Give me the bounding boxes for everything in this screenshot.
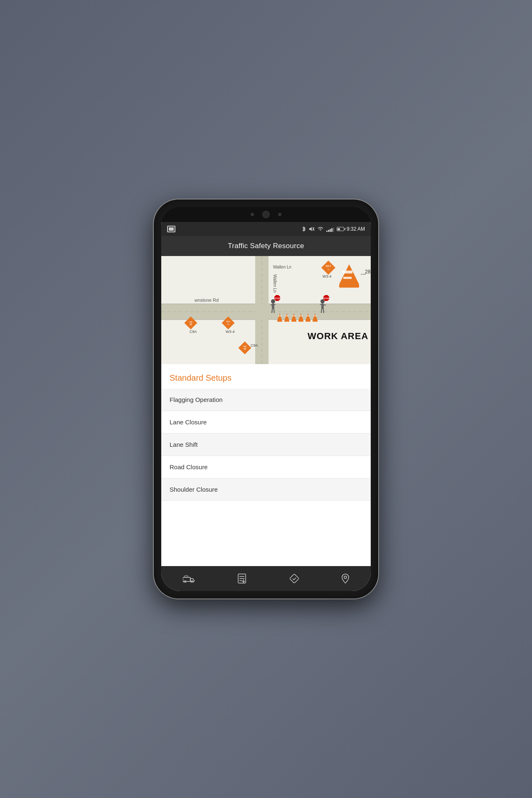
svg-rect-73 bbox=[183, 577, 190, 581]
nav-item-signs[interactable] bbox=[281, 571, 307, 586]
phone-device: 9:32 AM Traffic Safety Resource bbox=[154, 200, 378, 598]
signal-icon bbox=[326, 227, 334, 232]
nav-item-equipment[interactable] bbox=[175, 571, 203, 586]
svg-rect-32 bbox=[306, 315, 310, 316]
svg-point-59 bbox=[271, 299, 275, 303]
svg-rect-29 bbox=[299, 315, 303, 316]
list-item-flagging-operation[interactable]: Flagging Operation bbox=[161, 389, 371, 411]
sign-icon bbox=[290, 574, 299, 583]
svg-rect-26 bbox=[292, 315, 296, 316]
svg-line-62 bbox=[272, 309, 272, 313]
svg-text:WORK AREA: WORK AREA bbox=[308, 331, 368, 341]
wifi-icon bbox=[317, 227, 324, 232]
status-time: 9:32 AM bbox=[347, 226, 365, 232]
svg-line-63 bbox=[274, 309, 274, 313]
setups-icon bbox=[237, 573, 246, 584]
svg-text:STOP: STOP bbox=[274, 297, 280, 300]
truck-icon bbox=[183, 574, 195, 583]
content-area: Standard Setups Flagging Operation Lane … bbox=[161, 364, 371, 566]
svg-text:C9A: C9A bbox=[251, 343, 258, 347]
svg-text:⚒: ⚒ bbox=[190, 323, 192, 326]
svg-rect-20 bbox=[278, 315, 281, 316]
svg-rect-38 bbox=[342, 271, 352, 273]
notification-icon bbox=[167, 226, 175, 232]
svg-rect-19 bbox=[277, 320, 282, 322]
status-bar: 9:32 AM bbox=[161, 222, 371, 236]
mute-icon bbox=[309, 226, 315, 232]
svg-rect-31 bbox=[305, 320, 310, 322]
svg-line-69 bbox=[321, 309, 322, 313]
phone-top-bar bbox=[161, 207, 371, 222]
status-right: 9:32 AM bbox=[301, 226, 365, 232]
section-title: Standard Setups bbox=[161, 364, 371, 389]
svg-rect-81 bbox=[290, 574, 299, 583]
svg-text:STOP: STOP bbox=[323, 297, 329, 300]
svg-text:⚠: ⚠ bbox=[227, 323, 229, 325]
svg-marker-0 bbox=[309, 227, 312, 231]
list-item-shoulder-closure[interactable]: Shoulder Closure bbox=[161, 478, 371, 501]
svg-rect-37 bbox=[339, 284, 359, 288]
svg-text:C9A: C9A bbox=[190, 330, 197, 334]
svg-text:W3-4: W3-4 bbox=[226, 330, 235, 334]
svg-text:wnstone Rd: wnstone Rd bbox=[194, 298, 219, 303]
svg-rect-25 bbox=[291, 320, 296, 322]
svg-point-82 bbox=[344, 576, 347, 579]
location-icon bbox=[342, 574, 349, 584]
svg-text:28" 10lb: 28" 10lb bbox=[365, 269, 371, 275]
phone-inner: 9:32 AM Traffic Safety Resource bbox=[161, 207, 371, 591]
list-item-road-closure[interactable]: Road Closure bbox=[161, 456, 371, 478]
bluetooth-icon bbox=[301, 226, 306, 232]
svg-rect-23 bbox=[285, 315, 288, 316]
app-title: Traffic Safety Resource bbox=[228, 242, 304, 250]
status-left bbox=[167, 226, 175, 232]
nav-item-setups[interactable] bbox=[229, 570, 255, 587]
list-item-lane-closure[interactable]: Lane Closure bbox=[161, 411, 371, 433]
svg-rect-22 bbox=[284, 320, 289, 322]
camera-dot-left bbox=[251, 213, 254, 216]
svg-rect-10 bbox=[255, 304, 268, 320]
nav-item-location[interactable] bbox=[333, 570, 357, 587]
svg-text:Wallen Ln: Wallen Ln bbox=[273, 274, 277, 293]
app-header: Traffic Safety Resource bbox=[161, 236, 371, 256]
svg-rect-34 bbox=[313, 320, 318, 322]
map-svg: wnstone Rd Wallen Ln Wallen Ln bbox=[161, 256, 371, 364]
svg-rect-35 bbox=[313, 315, 317, 316]
svg-line-70 bbox=[323, 309, 324, 313]
svg-text:W3-4: W3-4 bbox=[323, 274, 332, 278]
svg-text:W3-4: W3-4 bbox=[326, 265, 331, 267]
screen: 9:32 AM Traffic Safety Resource bbox=[161, 222, 371, 591]
list-item-lane-shift[interactable]: Lane Shift bbox=[161, 433, 371, 456]
svg-text:Wallen Ln: Wallen Ln bbox=[273, 265, 291, 269]
battery-icon bbox=[337, 227, 344, 231]
front-camera bbox=[262, 211, 270, 218]
svg-rect-28 bbox=[298, 320, 303, 322]
bottom-nav bbox=[161, 566, 371, 591]
camera-dot-right bbox=[278, 213, 281, 216]
svg-text:⚒: ⚒ bbox=[244, 347, 246, 350]
svg-rect-39 bbox=[343, 277, 352, 279]
map-area: wnstone Rd Wallen Ln Wallen Ln bbox=[161, 256, 371, 364]
